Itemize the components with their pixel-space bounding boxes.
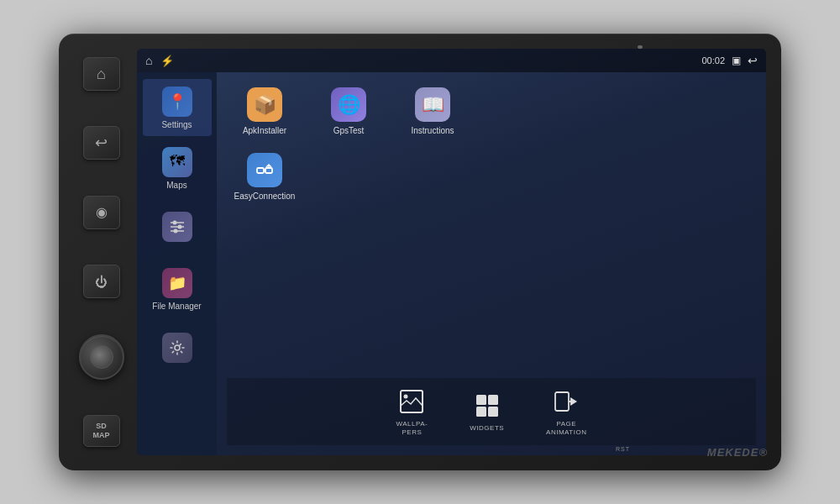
back-hw-icon: ↩ <box>95 134 108 152</box>
sd-label: SD <box>96 422 107 430</box>
svg-rect-16 <box>476 407 486 417</box>
android-screen: ⌂ ⚡ 00:02 ▣ ↩ 📍 Settings <box>137 49 766 455</box>
dock-widgets[interactable]: WIDGETS <box>461 386 512 438</box>
system-time: 00:02 <box>701 55 725 66</box>
easy-connection-icon <box>247 153 282 187</box>
dock-wallpapers[interactable]: WALLPA-PERS <box>388 381 437 441</box>
app-easy-connection[interactable]: EasyConnection <box>227 148 302 207</box>
easy-connection-label: EasyConnection <box>234 192 296 202</box>
gps-test-label: GpsTest <box>333 126 365 136</box>
maps-label: Maps <box>166 181 186 190</box>
home-hw-icon: ⌂ <box>97 66 106 83</box>
power-hw-icon: ⏻ <box>95 275 108 289</box>
power-hw-button[interactable]: ⏻ <box>83 265 120 298</box>
app-row-1: 📦 ApkInstaller 🌐 GpsTest <box>227 82 756 141</box>
back-hw-button[interactable]: ↩ <box>83 126 120 160</box>
usb-status-icon: ⚡ <box>160 55 174 67</box>
touchscreen: ⌂ ⚡ 00:02 ▣ ↩ 📍 Settings <box>137 49 766 455</box>
maps-icon: 🗺 <box>162 147 192 177</box>
map-label: MAP <box>93 431 110 439</box>
status-bar: ⌂ ⚡ 00:02 ▣ ↩ <box>137 49 766 72</box>
app-gps-test[interactable]: 🌐 GpsTest <box>311 82 386 141</box>
hardware-controls: ⌂ ↩ ◉ ⏻ SD MAP <box>74 49 129 455</box>
svg-point-13 <box>404 395 408 399</box>
status-right: 00:02 ▣ ↩ <box>701 54 758 67</box>
svg-rect-15 <box>488 395 498 405</box>
navigation-label: Settings <box>161 120 192 129</box>
svg-point-1 <box>172 221 176 225</box>
recents-icon[interactable]: ▣ <box>732 55 741 66</box>
screen-sidebar: 📍 Settings 🗺 Maps <box>137 72 217 455</box>
settings-sidebar-icon <box>162 333 192 363</box>
grid-spacer <box>227 213 756 371</box>
sliders-svg <box>168 218 186 236</box>
app-instructions[interactable]: 📖 Instructions <box>395 82 470 141</box>
app-apk-installer[interactable]: 📦 ApkInstaller <box>227 82 302 141</box>
dock-page-animation[interactable]: PAGEANIMATION <box>538 381 595 441</box>
app-row-2: EasyConnection <box>227 148 756 207</box>
app-grid: 📦 ApkInstaller 🌐 GpsTest <box>217 72 766 455</box>
instructions-icon: 📖 <box>415 87 450 122</box>
status-left: ⌂ ⚡ <box>145 54 174 67</box>
instructions-label: Instructions <box>411 126 454 136</box>
sidebar-item-file-manager[interactable]: 📁 File Manager <box>143 260 212 318</box>
apk-installer-label: ApkInstaller <box>243 126 286 136</box>
svg-point-3 <box>177 225 181 229</box>
brand-logo: MEKEDE® <box>707 446 768 459</box>
back-status-icon[interactable]: ↩ <box>748 54 758 67</box>
svg-rect-14 <box>476 395 486 405</box>
widgets-icon <box>472 391 502 421</box>
sidebar-item-settings[interactable] <box>143 321 212 378</box>
apk-installer-icon: 📦 <box>247 87 282 122</box>
location-hw-button[interactable]: ◉ <box>83 196 120 229</box>
volume-knob[interactable] <box>79 334 124 380</box>
svg-rect-17 <box>488 407 498 417</box>
file-manager-label: File Manager <box>152 302 201 311</box>
main-content: 📍 Settings 🗺 Maps <box>137 72 766 455</box>
wallpapers-icon <box>396 386 427 417</box>
location-hw-icon: ◉ <box>96 204 108 220</box>
gps-test-icon: 🌐 <box>331 87 366 122</box>
equalizer-icon <box>162 212 192 242</box>
sidebar-item-maps[interactable]: 🗺 Maps <box>143 139 212 197</box>
bottom-dock: WALLPA-PERS <box>227 378 756 445</box>
svg-rect-7 <box>257 168 264 173</box>
car-head-unit: ⌂ ↩ ◉ ⏻ SD MAP ⌂ ⚡ 00 <box>59 34 781 470</box>
widgets-label: WIDGETS <box>470 424 504 433</box>
wallpapers-label: WALLPA-PERS <box>396 420 428 436</box>
home-hw-button[interactable]: ⌂ <box>83 57 120 91</box>
svg-point-6 <box>175 345 180 350</box>
svg-point-5 <box>173 229 177 234</box>
svg-rect-18 <box>555 392 569 411</box>
page-animation-label: PAGEANIMATION <box>546 420 586 436</box>
sd-map-button[interactable]: SD MAP <box>83 415 120 447</box>
page-animation-icon <box>551 386 581 417</box>
file-manager-icon: 📁 <box>162 268 192 298</box>
svg-rect-8 <box>265 168 272 173</box>
knob-inner <box>90 345 113 369</box>
sidebar-item-equalizer[interactable] <box>143 200 212 257</box>
sidebar-item-navigation[interactable]: 📍 Settings <box>143 79 212 136</box>
home-status-icon[interactable]: ⌂ <box>145 54 152 67</box>
navigation-icon: 📍 <box>162 87 192 117</box>
